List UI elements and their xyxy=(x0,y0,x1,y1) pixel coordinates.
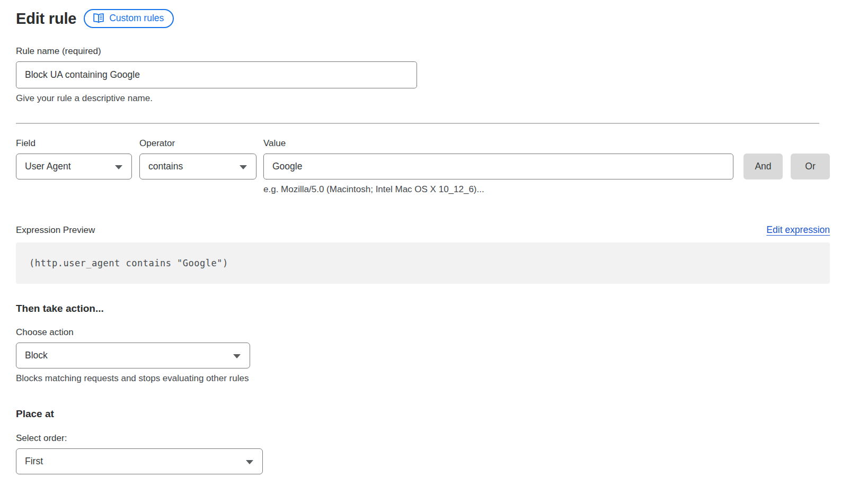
value-help: e.g. Mozilla/5.0 (Macintosh; Intel Mac O… xyxy=(263,184,830,195)
condition-labels: Field Operator Value xyxy=(16,138,830,149)
placement-section: Place at Select order: First xyxy=(16,408,830,474)
order-select-value: First xyxy=(25,456,43,467)
edit-expression-link[interactable]: Edit expression xyxy=(766,224,830,236)
section-divider xyxy=(16,123,819,124)
operator-select-value: contains xyxy=(148,161,183,172)
select-order-label: Select order: xyxy=(16,433,830,444)
action-heading: Then take action... xyxy=(16,303,830,314)
condition-row: User Agent contains And Or xyxy=(16,154,830,179)
page-title: Edit rule xyxy=(16,10,76,28)
custom-rules-badge-label: Custom rules xyxy=(109,13,164,24)
rule-name-input[interactable] xyxy=(16,61,417,88)
expression-head: Expression Preview Edit expression xyxy=(16,224,830,236)
or-button[interactable]: Or xyxy=(791,154,830,179)
operator-label: Operator xyxy=(139,138,263,149)
condition-section: Field Operator Value User Agent contains… xyxy=(16,138,830,195)
order-select[interactable]: First xyxy=(16,448,263,474)
value-label: Value xyxy=(263,138,286,149)
chevron-down-icon xyxy=(115,165,122,169)
expression-code: (http.user_agent contains "Google") xyxy=(29,258,228,268)
expression-section: Expression Preview Edit expression (http… xyxy=(16,224,830,284)
rule-name-section: Rule name (required) Give your rule a de… xyxy=(16,46,830,104)
field-label: Field xyxy=(16,138,139,149)
expression-preview-label: Expression Preview xyxy=(16,225,95,236)
value-input[interactable] xyxy=(263,154,733,179)
custom-rules-badge[interactable]: Custom rules xyxy=(84,9,174,28)
expression-code-block: (http.user_agent contains "Google") xyxy=(16,242,830,284)
page-header: Edit rule Custom rules xyxy=(16,9,830,28)
placement-heading: Place at xyxy=(16,408,830,420)
action-section: Then take action... Choose action Block … xyxy=(16,303,830,384)
choose-action-label: Choose action xyxy=(16,327,830,338)
action-help: Blocks matching requests and stops evalu… xyxy=(16,373,830,384)
rule-name-label: Rule name (required) xyxy=(16,46,830,57)
action-select[interactable]: Block xyxy=(16,343,250,368)
field-select[interactable]: User Agent xyxy=(16,154,132,179)
chevron-down-icon xyxy=(240,165,247,169)
operator-select[interactable]: contains xyxy=(139,154,256,179)
action-select-value: Block xyxy=(25,350,48,361)
edit-rule-page: Edit rule Custom rules Rule name (requir… xyxy=(16,9,830,474)
and-button[interactable]: And xyxy=(743,154,783,179)
field-select-value: User Agent xyxy=(25,161,71,172)
rule-name-help: Give your rule a descriptive name. xyxy=(16,93,830,104)
chevron-down-icon xyxy=(233,354,241,358)
chevron-down-icon xyxy=(246,460,253,464)
open-book-icon xyxy=(93,13,104,23)
